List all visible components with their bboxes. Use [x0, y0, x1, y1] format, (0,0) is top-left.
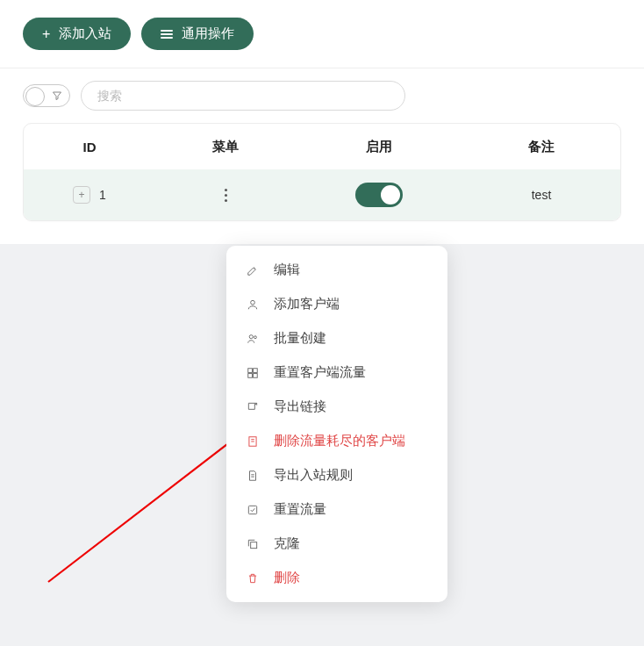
top-panel: + 添加入站 通用操作 [0, 0, 644, 68]
plus-icon: + [42, 27, 50, 41]
dashboard-icon [246, 366, 260, 380]
trash-icon [246, 571, 260, 585]
menu-bulk-create-label: 批量创建 [274, 330, 326, 347]
cell-remark: test [532, 188, 552, 202]
svg-point-0 [251, 300, 255, 305]
menu-reset-client-traffic[interactable]: 重置客户端流量 [226, 355, 447, 390]
menu-export-rules[interactable]: 导出入站规则 [226, 458, 447, 492]
menu-delete-label: 删除 [274, 570, 300, 586]
menu-edit[interactable]: 编辑 [226, 253, 447, 287]
list-icon [161, 30, 173, 39]
menu-edit-label: 编辑 [274, 262, 300, 278]
menu-reset-traffic-label: 重置流量 [274, 501, 326, 518]
reset-icon [246, 503, 260, 517]
svg-point-1 [249, 334, 253, 338]
general-ops-button[interactable]: 通用操作 [141, 18, 254, 50]
table-container: ID 菜单 启用 备注 + 1 test [0, 123, 644, 244]
menu-delete-depleted[interactable]: 删除流量耗尽的客户端 [226, 424, 447, 458]
expand-icon[interactable]: + [73, 186, 90, 204]
menu-export-links-label: 导出链接 [274, 398, 326, 415]
menu-reset-traffic[interactable]: 重置流量 [226, 492, 447, 527]
receipt-icon [246, 434, 260, 449]
export-icon [246, 400, 260, 414]
svg-rect-4 [254, 368, 258, 372]
add-inbound-button[interactable]: + 添加入站 [23, 18, 131, 50]
col-remark: 备注 [462, 139, 620, 155]
menu-clone[interactable]: 克隆 [226, 527, 447, 561]
menu-export-links[interactable]: 导出链接 [226, 390, 447, 424]
copy-icon [246, 537, 260, 551]
row-menu-button[interactable] [215, 184, 236, 205]
general-ops-label: 通用操作 [182, 25, 234, 42]
col-enable: 启用 [296, 139, 462, 155]
menu-reset-client-traffic-label: 重置客户端流量 [274, 364, 366, 381]
menu-delete-depleted-label: 删除流量耗尽的客户端 [274, 433, 405, 449]
inbound-table: ID 菜单 启用 备注 + 1 test [23, 123, 621, 221]
svg-rect-6 [254, 373, 258, 377]
menu-bulk-create[interactable]: 批量创建 [226, 321, 447, 355]
col-menu: 菜单 [155, 139, 296, 155]
funnel-icon [52, 90, 62, 101]
add-inbound-label: 添加入站 [59, 25, 111, 42]
menu-export-rules-label: 导出入站规则 [274, 467, 353, 484]
enable-toggle[interactable] [355, 183, 403, 207]
svg-rect-5 [248, 373, 253, 377]
users-icon [246, 332, 260, 346]
toolbar: + 添加入站 通用操作 [0, 18, 644, 68]
row-dropdown: 编辑 添加客户端 批量创建 重置客户端流量 导出链接 删除流量耗尽的客户端 [226, 246, 447, 602]
controls-row [0, 68, 644, 123]
svg-point-2 [254, 335, 256, 338]
menu-delete[interactable]: 删除 [226, 561, 447, 595]
svg-rect-8 [248, 506, 256, 513]
menu-clone-label: 克隆 [274, 535, 300, 552]
col-id: ID [24, 140, 155, 154]
filter-toggle[interactable] [23, 84, 70, 107]
table-header-row: ID 菜单 启用 备注 [24, 124, 620, 169]
edit-icon [246, 263, 260, 277]
menu-add-client[interactable]: 添加客户端 [226, 287, 447, 321]
svg-rect-3 [248, 368, 253, 372]
svg-rect-9 [251, 542, 257, 548]
menu-add-client-label: 添加客户端 [274, 296, 340, 312]
search-input[interactable] [81, 81, 405, 111]
file-icon [246, 469, 260, 483]
table-row: + 1 test [24, 169, 620, 220]
user-icon [246, 298, 260, 312]
cell-id: 1 [99, 188, 106, 202]
